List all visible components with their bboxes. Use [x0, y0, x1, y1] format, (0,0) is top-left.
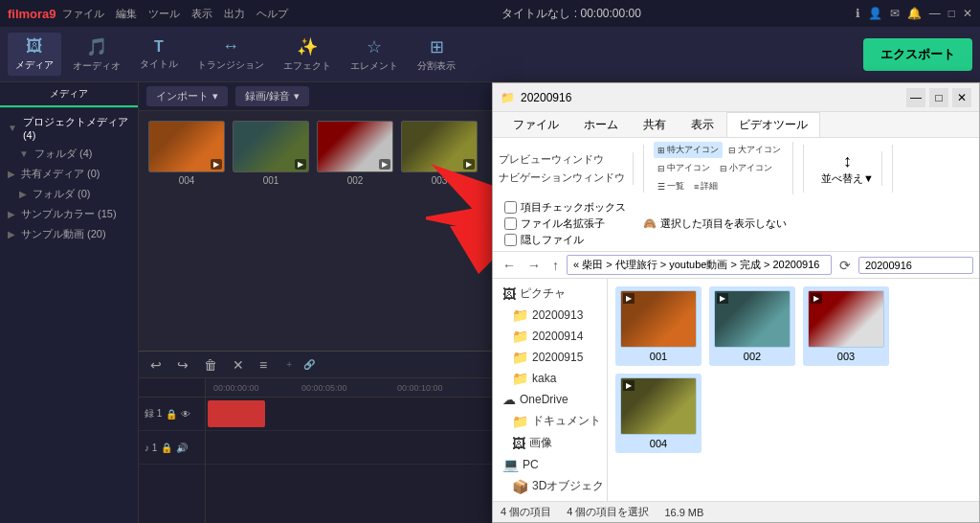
checkbox-items[interactable] — [504, 201, 517, 214]
tool-element[interactable]: ☆ エレメント — [343, 33, 406, 77]
addr-refresh-btn[interactable]: ⟳ — [835, 256, 855, 275]
ribbon-tab-view[interactable]: 表示 — [679, 112, 726, 137]
view-list[interactable]: ☰ 一覧 — [654, 178, 688, 194]
nav-item-kaka[interactable]: 📁 kaka — [493, 368, 607, 389]
sidebar-item-shared-media[interactable]: ▶ 共有メディア (0) — [0, 164, 138, 184]
checkbox-ext[interactable] — [504, 217, 517, 230]
sidebar-item-folder-2[interactable]: ▶ フォルダ (0) — [0, 184, 138, 204]
transition-label: トランジション — [197, 58, 264, 72]
sidebar-item-project-media[interactable]: ▼ プロジェクトメディア (4) — [0, 112, 138, 144]
import-button[interactable]: インポート ▾ — [146, 86, 228, 106]
view-medium[interactable]: ⊟ 中アイコン — [654, 160, 714, 176]
explorer-close-btn[interactable]: ✕ — [952, 88, 971, 107]
checkbox-label: 項目チェックボックス — [521, 200, 626, 215]
menu-output[interactable]: 出力 — [224, 7, 245, 21]
info-icon[interactable]: ℹ — [856, 7, 860, 20]
tool-split[interactable]: ⊞ 分割表示 — [410, 33, 463, 77]
ribbon-tab-home[interactable]: ホーム — [571, 112, 631, 137]
ruler-mark-1: 00:00:05:00 — [301, 383, 347, 393]
view-size-row-2: ⊟ 中アイコン ⊟ 小アイコン — [654, 160, 785, 176]
media-item-003[interactable]: ▶ 003 — [401, 121, 478, 341]
ribbon-tab-file[interactable]: ファイル — [501, 112, 571, 137]
view-large[interactable]: ⊟ 大アイコン — [724, 142, 785, 158]
checkbox-hidden[interactable] — [504, 234, 517, 246]
showhide-checkbox[interactable]: 項目チェックボックス — [504, 200, 626, 215]
tl-undo[interactable]: ↩ — [146, 355, 166, 375]
address-path[interactable]: « 柴田 > 代理旅行 > youtube動画 > 完成 > 20200916 — [567, 255, 832, 275]
lock-icon-a1[interactable]: 🔒 — [161, 443, 172, 453]
sidebar-item-folder-1[interactable]: ▼ フォルダ (4) — [0, 144, 138, 164]
ribbon-content: プレビューウィンドウ ナビゲーションウィンドウ ⊞ 特大アイコン ⊟ — [493, 137, 979, 251]
view-icon-medium: ⊟ — [657, 164, 665, 173]
ribbon-tab-videotool[interactable]: ビデオツール — [726, 112, 820, 137]
record-button[interactable]: 録画/録音 ▾ — [235, 86, 309, 106]
title-bar-left: filmora9 ファイル 編集 ツール 表示 出力 ヘルプ — [8, 7, 288, 21]
maximize-btn[interactable]: □ — [948, 7, 955, 20]
tool-audio[interactable]: 🎵 オーディオ — [65, 33, 128, 77]
tool-transition[interactable]: ↔ トランジション — [189, 33, 272, 76]
tl-redo[interactable]: ↪ — [173, 355, 192, 375]
showhide-extensions[interactable]: ファイル名拡張子 — [504, 216, 626, 231]
ribbon-preview-group[interactable]: プレビューウィンドウ ナビゲーションウィンドウ — [499, 152, 634, 185]
explorer-body: 🖼 ピクチャ 📁 20200913 📁 20200914 📁 20200915 — [493, 279, 979, 501]
tool-title[interactable]: T タイトル — [132, 34, 186, 75]
view-detail[interactable]: ≡ 詳細 — [690, 178, 722, 194]
addr-up-btn[interactable]: ↑ — [548, 256, 563, 275]
expand-icon-3: ▶ — [8, 169, 15, 179]
menu-file[interactable]: ファイル — [62, 7, 104, 21]
tool-media[interactable]: 🖼 メディア — [8, 33, 61, 76]
nav-item-pc[interactable]: 💻 PC — [493, 454, 607, 475]
tl-list[interactable]: ≡ — [256, 355, 271, 375]
nav-item-images[interactable]: 🖼 画像 — [493, 432, 607, 454]
showhide-hidden[interactable]: 隠しファイル — [504, 233, 626, 247]
explorer-title-left: 📁 20200916 — [501, 91, 571, 104]
expand-icon: ▼ — [8, 123, 17, 133]
mail-icon[interactable]: ✉ — [890, 7, 900, 20]
ribbon-tab-share[interactable]: 共有 — [631, 112, 679, 137]
tool-effect[interactable]: ✨ エフェクト — [276, 33, 339, 77]
explorer-minimize-btn[interactable]: — — [906, 88, 925, 107]
explorer-maximize-btn[interactable]: □ — [929, 88, 948, 107]
menu-view[interactable]: 表示 — [191, 7, 212, 21]
nav-item-20200915[interactable]: 📁 20200915 — [493, 347, 607, 368]
view-extra-large[interactable]: ⊞ 特大アイコン — [654, 142, 723, 158]
media-item-002[interactable]: ▶ 002 — [317, 121, 393, 341]
nav-item-3d[interactable]: 📦 3Dオブジェクト — [493, 475, 607, 497]
view-small[interactable]: ⊟ 小アイコン — [716, 160, 776, 176]
eye-icon-v1[interactable]: 👁 — [181, 409, 190, 420]
lock-icon-v1[interactable]: 🔒 — [166, 409, 177, 420]
speaker-icon-a1[interactable]: 🔊 — [176, 443, 188, 453]
nav-item-documents-od[interactable]: 📁 ドキュメント — [493, 410, 607, 432]
nav-item-onedrive[interactable]: ☁ OneDrive — [493, 389, 607, 410]
addr-forward-btn[interactable]: → — [523, 256, 545, 275]
menu-help[interactable]: ヘルプ — [256, 7, 288, 21]
track-clip-v1[interactable] — [208, 400, 265, 427]
media-item-004[interactable]: ▶ 004 — [148, 121, 225, 341]
sidebar-item-sample-color[interactable]: ▶ サンプルカラー (15) — [0, 204, 138, 224]
hide-selected-toggle[interactable]: 🙈 選択した項目を表示しない — [643, 216, 787, 231]
close-btn[interactable]: ✕ — [963, 7, 972, 20]
sidebar-item-sample-video[interactable]: ▶ サンプル動画 (20) — [0, 224, 138, 244]
minimize-btn[interactable]: — — [929, 7, 941, 20]
media-item-001[interactable]: ▶ 001 — [233, 121, 309, 341]
menu-edit[interactable]: 編集 — [116, 7, 137, 21]
export-button[interactable]: エクスポート — [863, 38, 972, 71]
ribbon-sort-group[interactable]: ↕ 並べ替え▼ — [813, 151, 882, 186]
nav-item-20200914[interactable]: 📁 20200914 — [493, 326, 607, 347]
tl-cut[interactable]: ✕ — [229, 355, 248, 375]
file-item-002[interactable]: ▶ 002 — [709, 286, 795, 366]
file-item-004[interactable]: ▶ 004 — [615, 374, 702, 453]
addr-back-btn[interactable]: ← — [499, 256, 520, 275]
menu-tools[interactable]: ツール — [148, 7, 180, 21]
file-item-003[interactable]: ▶ 003 — [803, 286, 889, 366]
tl-delete[interactable]: 🗑 — [200, 355, 221, 375]
file-label-004: 004 — [650, 438, 667, 449]
nav-item-20200913[interactable]: 📁 20200913 — [493, 305, 607, 326]
user-icon[interactable]: 👤 — [868, 7, 882, 20]
content-area: インポート ▾ 録画/録音 ▾ ≡ ↕ 🔍 — [139, 82, 980, 523]
sidebar-tab-media[interactable]: メディア — [0, 82, 138, 107]
file-item-001[interactable]: ▶ 001 — [615, 286, 702, 366]
notification-icon[interactable]: 🔔 — [907, 7, 922, 20]
addr-search-input[interactable] — [858, 257, 973, 274]
nav-item-picture[interactable]: 🖼 ピクチャ — [493, 283, 607, 305]
